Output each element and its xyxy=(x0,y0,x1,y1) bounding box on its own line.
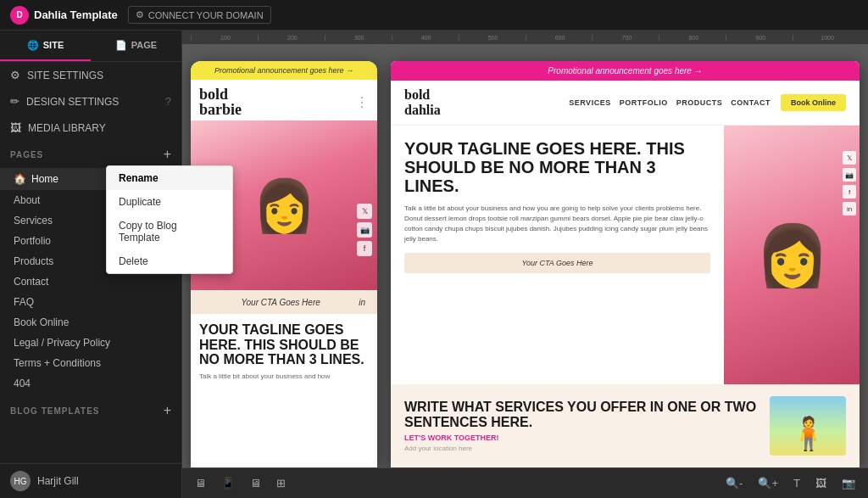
avatar: HG xyxy=(10,471,31,491)
site-icon: 🌐 xyxy=(27,40,39,51)
ruler-mark: 500 xyxy=(459,35,526,41)
add-page-button[interactable]: + xyxy=(164,148,171,161)
media-icon: 🖼 xyxy=(10,121,21,134)
mobile-menu-dots[interactable]: ⋮ xyxy=(355,94,369,110)
facebook-icon[interactable]: f xyxy=(357,241,372,256)
page-item-book-online[interactable]: Book Online xyxy=(0,312,181,333)
desktop-services-cta[interactable]: LET'S WORK TOGETHER! xyxy=(404,434,758,442)
context-menu-duplicate[interactable]: Duplicate xyxy=(107,190,232,214)
desktop-hero-image: 👩 𝕏 📷 f in xyxy=(724,126,860,384)
page-label: Portfolio xyxy=(14,235,51,247)
ruler-marks: 100 200 300 400 500 600 700 800 900 1000 xyxy=(191,35,860,41)
connect-domain-button[interactable]: ⚙ CONNECT YOUR DOMAIN xyxy=(128,6,271,24)
tab-page[interactable]: 📄 PAGE xyxy=(91,31,181,61)
mobile-logo: boldbarbie xyxy=(199,87,242,117)
media-tool-icon[interactable]: 📷 xyxy=(837,474,860,492)
desktop-hero: YOUR TAGLINE GOES HERE. THIS SHOULD BE N… xyxy=(391,126,860,384)
desktop-social-icons: 𝕏 📷 f in xyxy=(843,151,856,215)
mobile-promo-text: Promotional announcement goes here → xyxy=(214,66,353,75)
nav-link-portfolio[interactable]: PORTFOLIO xyxy=(620,98,668,107)
rename-label: Rename xyxy=(119,172,159,184)
sidebar-item-label: SITE SETTINGS xyxy=(27,70,103,81)
page-label: 404 xyxy=(14,378,31,389)
page-label: Contact xyxy=(14,276,48,288)
desktop-nav-links: SERVICES PORTFOLIO PRODUCTS CONTACT xyxy=(569,98,771,107)
home-icon: 🏠 xyxy=(14,173,26,185)
context-menu: Rename Duplicate Copy to Blog Template D… xyxy=(106,165,233,274)
mobile-logo-area: boldbarbie ⋮ xyxy=(191,80,377,120)
linkedin-icon[interactable]: in xyxy=(843,202,856,215)
blog-templates-label: BLOG TEMPLATES xyxy=(10,406,99,416)
mobile-view-icon[interactable]: 🖥 xyxy=(246,474,265,492)
facebook-icon[interactable]: f xyxy=(843,185,856,199)
page-label: Services xyxy=(14,215,53,227)
desktop-services-location: Add your location here xyxy=(404,445,758,452)
duplicate-label: Duplicate xyxy=(119,196,161,208)
ruler-mark: 300 xyxy=(325,35,392,41)
ruler-mark: 600 xyxy=(526,35,593,41)
sidebar-item-label: DESIGN SETTINGS xyxy=(26,96,119,108)
gear-icon: ⚙ xyxy=(10,69,20,81)
blog-templates-header: BLOG TEMPLATES + xyxy=(0,397,181,424)
zoom-in-icon[interactable]: 🔍+ xyxy=(754,474,782,492)
ruler-mark: 900 xyxy=(726,35,793,41)
context-menu-delete[interactable]: Delete xyxy=(107,249,232,273)
desktop-services-text: WRITE WHAT SERVICES YOU OFFER IN ONE OR … xyxy=(404,400,758,451)
help-icon: ? xyxy=(165,95,171,108)
app-logo-icon: D xyxy=(10,6,29,25)
bottom-toolbar: 🖥 📱 🖥 ⊞ 🔍- 🔍+ T 🖼 📷 xyxy=(182,467,868,498)
page-item-legal[interactable]: Legal / Privacy Policy xyxy=(0,333,181,353)
sidebar-item-design-settings[interactable]: ✏ DESIGN SETTINGS ? xyxy=(0,88,181,115)
desktop-services-heading: WRITE WHAT SERVICES YOU OFFER IN ONE OR … xyxy=(404,400,758,429)
ruler-mark: 400 xyxy=(392,35,459,41)
sidebar-item-site-settings[interactable]: ⚙ SITE SETTINGS xyxy=(0,62,181,88)
page-label: Legal / Privacy Policy xyxy=(14,337,110,349)
connect-domain-icon: ⚙ xyxy=(136,9,144,20)
desktop-view-icon[interactable]: 🖥 xyxy=(191,474,210,492)
page-item-contact[interactable]: Contact xyxy=(0,271,181,292)
top-bar: D Dahlia Template ⚙ CONNECT YOUR DOMAIN xyxy=(0,0,868,31)
page-label: FAQ xyxy=(14,296,34,308)
add-blog-template-button[interactable]: + xyxy=(164,404,171,417)
page-item-404[interactable]: 404 xyxy=(0,373,181,394)
mobile-cta-button[interactable]: Your CTA Goes Here in xyxy=(191,290,377,314)
app-title: Dahlia Template xyxy=(34,8,118,21)
text-tool-icon[interactable]: T xyxy=(789,474,804,492)
canvas-content: Promotional announcement goes here → bol… xyxy=(182,44,868,467)
desktop-cta-button[interactable]: Your CTA Goes Here xyxy=(404,253,710,273)
instagram-icon[interactable]: 📷 xyxy=(357,222,372,238)
twitter-icon[interactable]: 𝕏 xyxy=(357,204,372,219)
desktop-book-button[interactable]: Book Online xyxy=(781,94,846,111)
pages-label: PAGES xyxy=(10,150,43,159)
connect-domain-label: CONNECT YOUR DOMAIN xyxy=(148,10,264,20)
pages-header: PAGES + xyxy=(0,141,181,168)
mobile-cta-label: Your CTA Goes Here xyxy=(241,298,320,307)
page-label: Book Online xyxy=(14,316,69,328)
sidebar-item-media-library[interactable]: 🖼 MEDIA LIBRARY xyxy=(0,115,181,141)
grid-icon[interactable]: ⊞ xyxy=(272,474,290,492)
site-page-tabs: 🌐 SITE 📄 PAGE xyxy=(0,31,181,62)
nav-link-products[interactable]: PRODUCTS xyxy=(676,98,723,107)
page-label: Products xyxy=(14,255,53,267)
user-bar: HG Harjit Gill xyxy=(0,463,181,498)
mobile-social-icons: 𝕏 📷 f xyxy=(357,204,372,256)
services-figure-icon: 🧍 xyxy=(788,415,828,452)
context-menu-copy-to-blog[interactable]: Copy to Blog Template xyxy=(107,214,232,249)
tab-site-label: SITE xyxy=(43,40,64,50)
zoom-out-icon[interactable]: 🔍- xyxy=(721,474,747,492)
desktop-services-image: 🧍 xyxy=(770,396,846,456)
tab-site[interactable]: 🌐 SITE xyxy=(0,31,91,61)
page-item-terms[interactable]: Terms + Conditions xyxy=(0,353,181,373)
tab-page-label: PAGE xyxy=(131,40,157,50)
context-menu-rename[interactable]: Rename xyxy=(107,166,232,190)
instagram-icon[interactable]: 📷 xyxy=(843,168,856,182)
ruler-mark: 1000 xyxy=(793,35,860,41)
page-label: Home xyxy=(31,173,58,185)
image-tool-icon[interactable]: 🖼 xyxy=(811,474,831,492)
nav-link-contact[interactable]: CONTACT xyxy=(731,98,771,107)
tablet-view-icon[interactable]: 📱 xyxy=(217,474,239,492)
page-item-faq[interactable]: FAQ xyxy=(0,292,181,312)
nav-link-services[interactable]: SERVICES xyxy=(569,98,610,107)
view-mode-group: 🖥 📱 🖥 ⊞ xyxy=(191,474,290,492)
twitter-icon[interactable]: 𝕏 xyxy=(843,151,856,165)
